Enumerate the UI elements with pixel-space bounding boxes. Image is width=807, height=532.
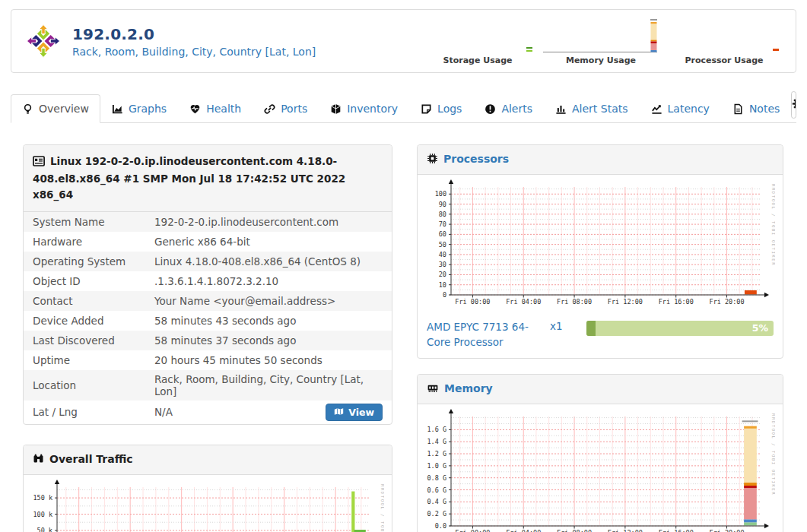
memory-usage-label: Memory Usage (543, 55, 659, 65)
svg-text:90: 90 (439, 201, 446, 208)
tab-notes-label: Notes (749, 103, 780, 115)
tab-logs[interactable]: Logs (409, 94, 473, 123)
storage-usage-minigraph[interactable]: Storage Usage (420, 17, 535, 65)
svg-text:Fri 16:00: Fri 16:00 (659, 298, 694, 306)
cpu-name-link[interactable]: AMD EPYC 7713 64-Core Processor (427, 320, 542, 350)
tab-actions-group (791, 91, 796, 119)
tab-notes[interactable]: Notes (721, 94, 791, 123)
system-info-table: System Name192-0-2-0.ip.linodeuserconten… (24, 212, 392, 424)
view-map-label: View (348, 407, 374, 418)
svg-text:100 k: 100 k (33, 510, 52, 518)
cpu-usage-progressbar: 5% (586, 321, 774, 336)
map-icon (334, 407, 344, 418)
exclamation-circle-icon (485, 103, 496, 115)
tab-overview[interactable]: Overview (11, 94, 100, 123)
settings-gear-button[interactable] (792, 92, 796, 118)
storage-usage-label: Storage Usage (420, 55, 535, 65)
svg-text:30: 30 (439, 261, 446, 268)
svg-text:RRDTOOL / TOBI OETIKER: RRDTOOL / TOBI OETIKER (771, 184, 775, 266)
table-row: LocationRack, Room, Building, City, Coun… (24, 370, 392, 401)
processors-title[interactable]: Processors (443, 153, 509, 165)
tab-inventory[interactable]: Inventory (319, 94, 409, 123)
memory-title[interactable]: Memory (444, 382, 493, 394)
bar-chart-icon (555, 103, 567, 115)
processors-header: Processors (418, 145, 783, 175)
table-row: System Name192-0-2-0.ip.linodeuserconten… (24, 212, 392, 232)
gear-icon (792, 97, 796, 113)
microchip-icon (427, 153, 438, 166)
svg-text:Fri 08:00: Fri 08:00 (557, 298, 592, 306)
heartbeat-icon (189, 103, 201, 115)
svg-text:Fri 04:00: Fri 04:00 (506, 298, 541, 306)
tab-health-label: Health (206, 103, 241, 115)
cpu-usage-value: 5% (752, 321, 768, 336)
tab-latency-label: Latency (668, 103, 710, 115)
device-title[interactable]: 192.0.2.0 (72, 25, 316, 43)
memory-usage-minigraph[interactable]: Memory Usage (543, 17, 659, 65)
cube-icon (330, 103, 342, 115)
memory-card: Memory 0.00.2 G0.4 G0.6 G0.8 G1.0 G1.2 G… (417, 374, 783, 532)
table-row: Device Added58 minutes 43 seconds ago (24, 311, 392, 331)
tab-ports-label: Ports (281, 103, 307, 115)
svg-text:0: 0 (443, 291, 446, 299)
svg-text:60: 60 (439, 230, 446, 238)
svg-text:1.4 G: 1.4 G (427, 438, 446, 445)
memory-graph[interactable]: 0.00.2 G0.4 G0.6 G0.8 G1.0 G1.2 G1.4 G1.… (418, 404, 783, 532)
svg-text:Fri 20:00: Fri 20:00 (710, 298, 745, 306)
view-map-button[interactable]: View (326, 404, 383, 421)
svg-text:Fri 20:00: Fri 20:00 (710, 529, 745, 532)
binoculars-icon (33, 453, 44, 467)
tab-graphs[interactable]: Graphs (100, 94, 178, 123)
tab-alert-stats[interactable]: Alert Stats (544, 94, 640, 123)
sticky-note-icon (421, 103, 432, 115)
svg-text:1.2 G: 1.2 G (427, 450, 446, 458)
overall-traffic-header: Overall Traffic (24, 445, 392, 475)
tab-alerts-label: Alerts (501, 103, 532, 115)
svg-text:0.8 G: 0.8 G (427, 474, 446, 482)
lightbulb-icon (22, 103, 33, 115)
memory-header: Memory (418, 375, 783, 404)
table-row: ContactYour Name <your@email.address> (24, 291, 392, 311)
svg-text:Fri 08:00: Fri 08:00 (557, 529, 592, 532)
svg-text:Fri 12:00: Fri 12:00 (608, 298, 643, 306)
tab-graphs-label: Graphs (129, 103, 167, 115)
processor-usage-minigraph[interactable]: Processor Usage (666, 17, 782, 65)
processor-usage-sparkline (666, 17, 782, 55)
system-description: Linux 192-0-2-0.ip.linodeusercontent.com… (33, 155, 345, 201)
tab-health[interactable]: Health (178, 94, 253, 123)
table-row: Uptime20 hours 45 minutes 50 seconds (24, 350, 392, 370)
table-row: Operating SystemLinux 4.18.0-408.el8.x86… (24, 252, 392, 271)
processors-graph[interactable]: 0102030405060708090100Fri 00:00Fri 04:00… (418, 175, 783, 313)
storage-usage-sparkline (420, 17, 535, 55)
memory-icon (427, 382, 439, 396)
tab-alert-stats-label: Alert Stats (572, 103, 628, 115)
svg-text:1.0 G: 1.0 G (427, 462, 446, 470)
table-row: HardwareGeneric x86 64-bit (24, 232, 392, 252)
system-info-card: Linux 192-0-2-0.ip.linodeusercontent.com… (23, 144, 392, 425)
svg-text:50: 50 (439, 241, 446, 249)
table-row: Last Discovered58 minutes 37 seconds ago (24, 331, 392, 350)
svg-text:Fri 04:00: Fri 04:00 (506, 529, 541, 532)
area-chart-icon (112, 103, 123, 115)
line-chart-icon (651, 103, 662, 115)
table-row: Object ID.1.3.6.1.4.1.8072.3.2.10 (24, 271, 392, 291)
device-location-link[interactable]: Rack, Room, Building, City, Country [Lat… (72, 46, 316, 58)
svg-text:0.4 G: 0.4 G (427, 498, 446, 505)
cpu-count: x1 (542, 320, 586, 332)
svg-text:0.0: 0.0 (435, 522, 446, 530)
svg-text:40: 40 (439, 251, 446, 258)
svg-text:RRDTOOL / TOBI OETIKER: RRDTOOL / TOBI OETIKER (380, 484, 384, 532)
tab-logs-label: Logs (437, 103, 462, 115)
overall-traffic-graph[interactable]: 050 k100 k150 kFri 00:00Fri 04:00Fri 08:… (24, 475, 392, 532)
system-info-header: Linux 192-0-2-0.ip.linodeusercontent.com… (24, 145, 392, 212)
header-minigraphs: Storage Usage Memory Usage Processor Usa… (420, 17, 782, 65)
svg-text:Fri 00:00: Fri 00:00 (455, 529, 490, 532)
tab-alerts[interactable]: Alerts (473, 94, 544, 123)
tab-latency[interactable]: Latency (640, 94, 721, 123)
file-icon (732, 103, 744, 115)
svg-text:RRDTOOL / TOBI OETIKER: RRDTOOL / TOBI OETIKER (771, 413, 775, 496)
memory-usage-sparkline (543, 17, 659, 55)
tab-ports[interactable]: Ports (253, 94, 319, 123)
svg-text:80: 80 (439, 211, 446, 218)
svg-text:Fri 12:00: Fri 12:00 (608, 529, 643, 532)
